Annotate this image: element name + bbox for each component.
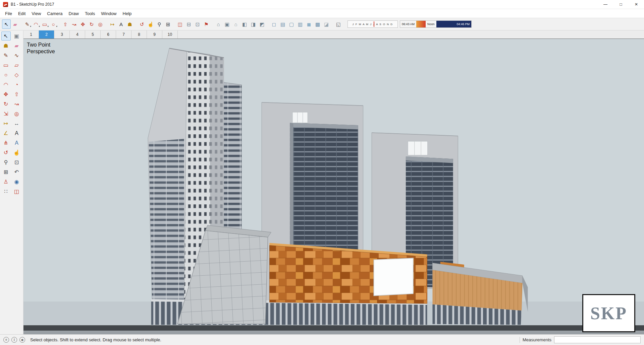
front-view-icon[interactable]: ⌂ [231,19,240,29]
zoom-extents-tool-icon[interactable]: ⊞ [1,167,11,177]
scene-tab-10[interactable]: 10 [162,30,178,39]
previous-tool-icon[interactable]: ↶ [12,167,21,177]
paint-bucket-icon[interactable]: ☗ [125,19,134,29]
wireframe-icon[interactable]: ▢ [287,19,296,29]
menu-edit[interactable]: Edit [15,9,29,18]
shadow-time-track-pm[interactable] [436,21,455,27]
select-icon[interactable]: ↖ [2,19,11,29]
3d-text-tool-icon[interactable]: A [12,138,21,147]
follow-me-icon[interactable]: ↝ [70,19,78,29]
menu-tools[interactable]: Tools [82,9,98,18]
measurements-input[interactable] [554,336,641,343]
push-pull-tool-icon[interactable]: ⇧ [12,90,21,99]
scene-tab-7[interactable]: 7 [116,30,131,39]
tape-measure-tool-icon[interactable]: ↦ [1,119,11,128]
pan-icon[interactable]: ☝ [146,19,155,29]
orbit-tool-icon[interactable]: ↺ [1,148,11,157]
circle-tool-icon[interactable]: ○ [1,70,11,79]
scene-tab-5[interactable]: 5 [85,30,101,39]
position-camera-tool-icon[interactable]: ♙ [1,177,11,186]
scene-tab-9[interactable]: 9 [147,30,162,39]
rotate-tool-icon[interactable]: ↻ [1,99,11,109]
look-around-tool-icon[interactable]: ◉ [12,177,21,186]
shadow-time-track-am[interactable] [416,21,426,27]
section-plane-icon[interactable]: ◫ [176,19,184,29]
walk-tool-icon[interactable]: ∷ [1,187,11,196]
dropdown-caret-icon[interactable]: ▾ [56,25,57,28]
offset-tool-icon[interactable]: ◎ [12,109,21,118]
paint-bucket-tool-icon[interactable]: ☗ [1,41,11,50]
model-viewport-canvas[interactable] [23,39,644,334]
rotated-rectangle-tool-icon[interactable]: ▱ [12,61,21,70]
shaded-with-textures-icon[interactable]: ▩ [313,19,322,29]
section-plane-tool-icon[interactable]: ◫ [12,187,21,196]
zoom-tool-icon[interactable]: ⚲ [1,158,11,167]
protractor-tool-icon[interactable]: ∠ [1,129,11,138]
text-tool-icon[interactable]: A [12,129,21,138]
shadow-date-marker[interactable] [374,21,374,27]
rotate-icon[interactable]: ↻ [87,19,96,29]
user-icon[interactable]: ☻ [19,337,25,343]
menu-draw[interactable]: Draw [66,9,82,18]
shadow-toggle-icon[interactable]: ◱ [334,19,343,29]
close-button[interactable]: ✕ [629,0,644,9]
select-tool-icon[interactable]: ↖ [1,31,11,41]
scene-tab-6[interactable]: 6 [101,30,116,39]
dimension-tool-icon[interactable]: ↔ [12,119,21,128]
dropdown-caret-icon[interactable]: ▾ [39,25,40,28]
menu-view[interactable]: View [29,9,44,18]
menu-file[interactable]: File [2,9,15,18]
arc-icon[interactable]: ◠▾ [32,19,40,29]
scene-tab-1[interactable]: 1 [23,30,39,39]
axes-tool-icon[interactable]: ⋔ [1,138,11,147]
right-view-icon[interactable]: ◧ [240,19,249,29]
zoom-window-tool-icon[interactable]: ⊡ [12,158,21,167]
menu-help[interactable]: Help [120,9,135,18]
scene-tab-8[interactable]: 8 [131,30,147,39]
tape-measure-icon[interactable]: ↦ [108,19,117,29]
top-view-icon[interactable]: ▣ [223,19,231,29]
menu-camera[interactable]: Camera [44,9,65,18]
info-icon[interactable]: i [11,337,17,343]
back-view-icon[interactable]: ◨ [249,19,258,29]
rectangle-tool-icon[interactable]: ▭ [1,61,11,70]
move-tool-icon[interactable]: ✥ [1,90,11,99]
x-ray-icon[interactable]: ◻ [270,19,278,29]
hidden-line-icon[interactable]: ▥ [296,19,305,29]
pie-tool-icon[interactable]: ◔ [12,80,21,89]
line-icon[interactable]: ✎▾ [23,19,32,29]
monochrome-icon[interactable]: ◪ [322,19,331,29]
minimize-button[interactable]: — [598,0,613,9]
geolocation-icon[interactable]: + [3,337,9,343]
offset-icon[interactable]: ◎ [96,19,105,29]
text-icon[interactable]: A [117,19,125,29]
shadow-time-slider[interactable]: 06:43 AM Noon 04:46 PM [400,20,472,28]
display-section-planes-icon[interactable]: ⊟ [184,19,193,29]
iso-view-icon[interactable]: ⌂ [214,19,223,29]
zoom-extents-icon[interactable]: ⊞ [164,19,172,29]
orbit-icon[interactable]: ↺ [138,19,146,29]
line-tool-icon[interactable]: ✎ [1,51,11,60]
back-edges-icon[interactable]: ▤ [278,19,287,29]
scene-tab-3[interactable]: 3 [54,30,70,39]
move-icon[interactable]: ✥ [78,19,87,29]
left-view-icon[interactable]: ◩ [258,19,266,29]
eraser-icon[interactable]: ▰ [11,19,19,29]
arc-tool-icon[interactable]: ◠ [1,80,11,89]
circle-icon[interactable]: ○▾ [49,19,58,29]
shadow-date-slider[interactable]: J F M A M J J A S O N D [347,20,398,28]
freehand-tool-icon[interactable]: ∿ [12,51,21,60]
dropdown-caret-icon[interactable]: ▾ [47,25,49,28]
polygon-tool-icon[interactable]: ◇ [12,70,21,79]
follow-me-tool-icon[interactable]: ↝ [12,99,21,109]
make-component-tool-icon[interactable]: ▣ [12,31,21,41]
display-section-cuts-icon[interactable]: ⊡ [193,19,202,29]
add-location-icon[interactable]: ⚑ [202,19,211,29]
dropdown-caret-icon[interactable]: ▾ [30,25,31,28]
scene-tab-4[interactable]: 4 [70,30,85,39]
zoom-icon[interactable]: ⚲ [155,19,164,29]
scale-tool-icon[interactable]: ⇲ [1,109,11,118]
push-pull-icon[interactable]: ⇧ [61,19,70,29]
shaded-icon[interactable]: ◼ [305,19,313,29]
maximize-button[interactable]: □ [613,0,629,9]
